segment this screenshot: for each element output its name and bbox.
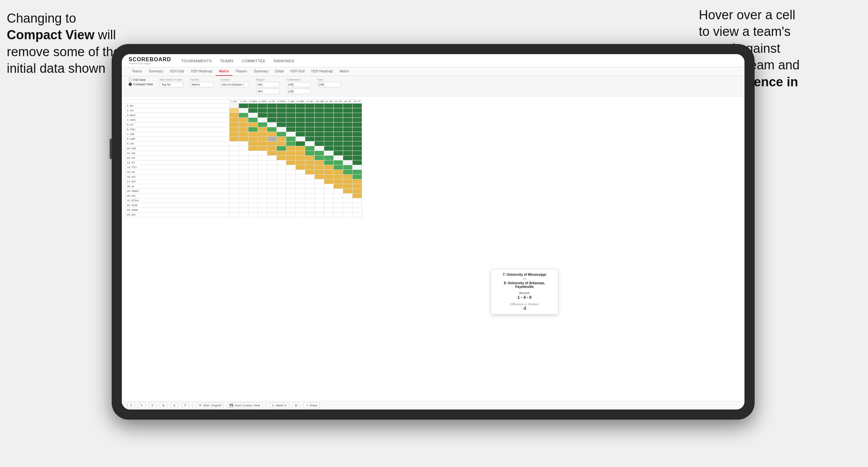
cell-4-2[interactable]	[248, 123, 258, 127]
cell-11-10[interactable]	[324, 156, 334, 160]
cell-17-12[interactable]	[343, 184, 353, 189]
cell-2-13[interactable]	[353, 113, 362, 118]
cell-19-13[interactable]	[353, 194, 362, 198]
cell-9-9[interactable]	[315, 146, 324, 151]
cell-23-6[interactable]	[286, 213, 296, 217]
cell-23-13[interactable]	[353, 213, 362, 217]
cell-8-5[interactable]	[277, 141, 286, 146]
cell-5-11[interactable]	[334, 127, 343, 132]
cell-3-4[interactable]	[267, 118, 277, 123]
cell-12-0[interactable]	[229, 160, 239, 165]
cell-16-4[interactable]	[267, 179, 277, 184]
cell-5-2[interactable]	[248, 127, 258, 132]
cell-0-11[interactable]	[334, 104, 343, 108]
cell-4-5[interactable]	[277, 123, 286, 127]
cell-19-3[interactable]	[258, 194, 267, 198]
cell-11-0[interactable]	[229, 156, 239, 160]
cell-1-6[interactable]	[286, 108, 296, 113]
toolbar-view-original[interactable]: 👁 View: Original	[196, 403, 224, 408]
cell-15-5[interactable]	[277, 175, 286, 179]
cell-14-2[interactable]	[248, 170, 258, 175]
cell-13-9[interactable]	[315, 165, 324, 170]
cell-17-8[interactable]	[305, 184, 315, 189]
sub-nav-h2h-heatmap1[interactable]: H2H Heatmap	[187, 67, 216, 76]
cell-10-7[interactable]	[296, 151, 305, 156]
cell-15-12[interactable]	[343, 175, 353, 179]
cell-7-8[interactable]	[305, 137, 315, 141]
cell-23-7[interactable]	[296, 213, 305, 217]
cell-17-3[interactable]	[258, 184, 267, 189]
cell-8-1[interactable]	[239, 141, 248, 146]
filter-division-select[interactable]: NCAA Division I	[221, 82, 249, 87]
cell-10-11[interactable]	[334, 151, 343, 156]
cell-3-8[interactable]	[305, 118, 315, 123]
cell-7-7[interactable]	[296, 137, 305, 141]
cell-22-13[interactable]	[353, 208, 362, 213]
sub-nav-h2h-grid2[interactable]: H2H Grid	[287, 67, 308, 76]
cell-0-13[interactable]	[353, 104, 362, 108]
cell-20-1[interactable]	[239, 198, 248, 203]
cell-9-12[interactable]	[343, 146, 353, 151]
cell-8-0[interactable]	[229, 141, 239, 146]
cell-16-13[interactable]	[353, 179, 362, 184]
cell-10-0[interactable]	[229, 151, 239, 156]
cell-20-0[interactable]	[229, 198, 239, 203]
toolbar-redo[interactable]: ↻	[138, 403, 146, 408]
cell-16-5[interactable]	[277, 179, 286, 184]
cell-15-7[interactable]	[296, 175, 305, 179]
cell-14-3[interactable]	[258, 170, 267, 175]
cell-20-7[interactable]	[296, 198, 305, 203]
cell-7-12[interactable]	[343, 137, 353, 141]
cell-5-13[interactable]	[353, 127, 362, 132]
filter-max-teams-select[interactable]: Top 50	[160, 82, 183, 87]
cell-18-11[interactable]	[334, 189, 343, 194]
cell-22-8[interactable]	[305, 208, 315, 213]
sub-nav-players[interactable]: Players	[232, 67, 250, 76]
cell-2-1[interactable]	[239, 113, 248, 118]
cell-21-11[interactable]	[334, 203, 343, 208]
cell-0-5[interactable]	[277, 104, 286, 108]
cell-6-9[interactable]	[315, 132, 324, 137]
cell-7-2[interactable]	[248, 137, 258, 141]
cell-10-4[interactable]	[267, 151, 277, 156]
cell-9-11[interactable]	[334, 146, 343, 151]
cell-15-4[interactable]	[267, 175, 277, 179]
cell-7-6[interactable]	[286, 137, 296, 141]
cell-19-12[interactable]	[343, 194, 353, 198]
cell-14-10[interactable]	[324, 170, 334, 175]
sub-nav-summary1[interactable]: Summary	[145, 67, 166, 76]
cell-9-7[interactable]	[296, 146, 305, 151]
cell-22-10[interactable]	[324, 208, 334, 213]
cell-13-6[interactable]	[286, 165, 296, 170]
cell-19-5[interactable]	[277, 194, 286, 198]
cell-22-11[interactable]	[334, 208, 343, 213]
cell-1-5[interactable]	[277, 108, 286, 113]
sub-nav-h2h-heatmap2[interactable]: H2H Heatmap	[308, 67, 336, 76]
cell-19-4[interactable]	[267, 194, 277, 198]
cell-6-7[interactable]	[296, 132, 305, 137]
cell-23-1[interactable]	[239, 213, 248, 217]
cell-22-2[interactable]	[248, 208, 258, 213]
toolbar-save-custom[interactable]: 💾 Save Custom View	[227, 403, 262, 408]
cell-18-4[interactable]	[267, 189, 277, 194]
cell-17-4[interactable]	[267, 184, 277, 189]
cell-4-11[interactable]	[334, 123, 343, 127]
cell-12-11[interactable]	[334, 160, 343, 165]
toolbar-share[interactable]: ↗ Share	[303, 403, 320, 408]
cell-17-7[interactable]	[296, 184, 305, 189]
cell-11-1[interactable]	[239, 156, 248, 160]
cell-7-9[interactable]	[315, 137, 324, 141]
cell-11-6[interactable]	[286, 156, 296, 160]
cell-6-12[interactable]	[343, 132, 353, 137]
cell-23-4[interactable]	[267, 213, 277, 217]
cell-13-3[interactable]	[258, 165, 267, 170]
cell-5-1[interactable]	[239, 127, 248, 132]
cell-12-9[interactable]	[315, 160, 324, 165]
cell-3-1[interactable]	[239, 118, 248, 123]
filter-conference-select1[interactable]: (All)	[287, 82, 310, 87]
cell-11-3[interactable]	[258, 156, 267, 160]
cell-2-5[interactable]	[277, 113, 286, 118]
cell-5-6[interactable]	[286, 127, 296, 132]
cell-10-8[interactable]	[305, 151, 315, 156]
filter-region-select2[interactable]: N/A	[256, 89, 280, 94]
